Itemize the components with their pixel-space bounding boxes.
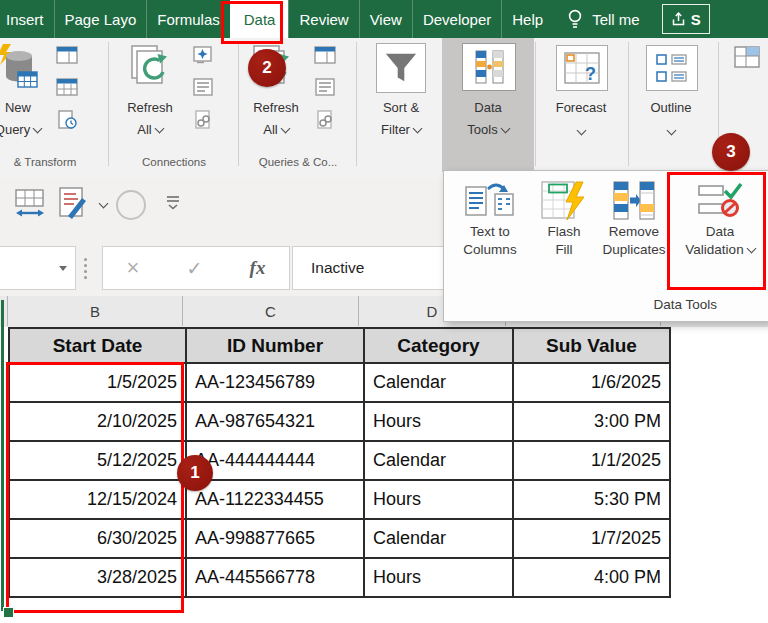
data-tools-button[interactable]: Data Tools	[442, 38, 534, 172]
formula-bar-value: Inactive	[311, 259, 364, 277]
link-page-icon[interactable]	[314, 110, 336, 134]
queries-pane-icon[interactable]	[314, 46, 336, 68]
annotation-badge-3: 3	[712, 133, 750, 171]
tab-view[interactable]: View	[359, 0, 412, 38]
cancel-icon[interactable]: ×	[127, 257, 140, 279]
chevron-down-icon[interactable]	[99, 199, 109, 209]
share-label: S	[691, 11, 701, 28]
forecast-button[interactable]: ? Forecast	[538, 38, 624, 178]
tell-me[interactable]: Tell me	[567, 0, 640, 38]
cell-category[interactable]: Calendar	[364, 519, 513, 558]
flyout-group-label: Data Tools	[653, 297, 717, 312]
name-box-dropdown-icon[interactable]	[59, 266, 67, 271]
cell-id-number[interactable]: AA-987654321	[186, 402, 364, 441]
new-query-label-2[interactable]: Query	[0, 122, 50, 137]
annotation-badge-1: 1	[177, 455, 213, 491]
remove-duplicates-icon	[592, 179, 676, 223]
properties-icon[interactable]	[192, 46, 214, 68]
edit-form-icon[interactable]	[56, 186, 90, 224]
text-to-columns-button[interactable]: Text toColumns	[448, 179, 532, 259]
excel-window: Insert Page Layo Formulas Data Review Vi…	[0, 0, 768, 623]
workbook-connections-icon[interactable]	[192, 78, 214, 100]
group-label-get-transform: & Transform	[0, 156, 104, 168]
new-query-label-1[interactable]: New	[0, 100, 50, 115]
sort-filter-button[interactable]: Sort & Filter	[362, 38, 440, 178]
autofit-column-icon[interactable]	[14, 188, 46, 222]
refresh-all-label-2[interactable]: All	[242, 122, 310, 137]
disabled-circle-icon	[116, 190, 146, 220]
selection-left-border	[1, 300, 4, 611]
outline-chevron	[628, 124, 714, 139]
refresh-all-label-2[interactable]: All	[112, 122, 188, 137]
group-get-transform: New Query & Transform	[0, 38, 104, 178]
header-sub-value[interactable]: Sub Value	[513, 328, 670, 363]
refresh-all-icon[interactable]	[126, 44, 174, 98]
refresh-all-label-1[interactable]: Refresh	[112, 100, 188, 115]
cell-id-number[interactable]: AA-998877665	[186, 519, 364, 558]
annotation-box-data-validation	[667, 172, 766, 290]
cell-category[interactable]: Hours	[364, 558, 513, 597]
share-icon	[671, 11, 686, 27]
data-tools-icon	[462, 43, 516, 91]
edit-links-icon[interactable]	[192, 110, 214, 134]
refresh-all-label-1[interactable]: Refresh	[242, 100, 310, 115]
cell-sub-value[interactable]: 3:00 PM	[513, 402, 670, 441]
cell-id-number[interactable]: AA-445566778	[186, 558, 364, 597]
cell-category[interactable]: Calendar	[364, 441, 513, 480]
tab-review[interactable]: Review	[288, 0, 358, 38]
cell-category[interactable]: Hours	[364, 402, 513, 441]
cell-category[interactable]: Calendar	[364, 363, 513, 402]
column-header-b[interactable]: B	[8, 296, 183, 326]
cell-sub-value[interactable]: 1/7/2025	[513, 519, 670, 558]
outline-icon	[646, 45, 698, 91]
annotation-badge-2: 2	[248, 49, 286, 87]
queries-pane-icon[interactable]	[56, 46, 78, 68]
annotation-box-data-tab	[221, 1, 283, 44]
ribbon: New Query & Transform Refresh All Con	[0, 38, 768, 179]
cell-category[interactable]: Hours	[364, 480, 513, 519]
recent-sources-icon[interactable]	[56, 110, 78, 134]
tab-formulas[interactable]: Formulas	[146, 0, 230, 38]
forecast-icon: ?	[556, 45, 608, 91]
data-tools-label-1: Data	[442, 100, 534, 115]
filter-funnel-icon	[376, 43, 426, 93]
insert-function-icon[interactable]: fx	[250, 257, 266, 279]
outline-button[interactable]: Outline	[628, 38, 714, 178]
column-header-c[interactable]: C	[183, 296, 359, 326]
group-label-queries: Queries & Co...	[242, 156, 354, 168]
tab-help[interactable]: Help	[501, 0, 553, 38]
data-analysis-icon[interactable]	[734, 46, 764, 74]
new-query-icon[interactable]	[0, 44, 40, 98]
group-connections: Refresh All Connections	[112, 38, 236, 178]
cell-sub-value[interactable]: 5:30 PM	[513, 480, 670, 519]
sort-filter-label-2: Filter	[362, 122, 440, 137]
header-id-number[interactable]: ID Number	[186, 328, 364, 363]
tab-insert[interactable]: Insert	[0, 0, 54, 38]
share-button[interactable]: S	[662, 4, 710, 34]
cell-id-number[interactable]: AA-1122334455	[186, 480, 364, 519]
name-box[interactable]	[0, 246, 76, 290]
tab-page-layout[interactable]: Page Layo	[54, 0, 147, 38]
header-start-date[interactable]: Start Date	[9, 328, 186, 363]
text-to-columns-icon	[448, 179, 532, 223]
from-table-icon[interactable]	[56, 78, 78, 100]
enter-icon[interactable]: ✓	[187, 257, 203, 280]
group-separator	[356, 42, 357, 166]
tell-me-label: Tell me	[592, 11, 640, 28]
formula-bar-handle[interactable]	[84, 258, 87, 279]
cell-sub-value[interactable]: 1/6/2025	[513, 363, 670, 402]
remove-duplicates-button[interactable]: RemoveDuplicates	[592, 179, 676, 259]
table-header-row: Start Date ID Number Category Sub Value	[9, 328, 670, 363]
list-icon[interactable]	[314, 78, 336, 100]
cell-id-number[interactable]: AA-123456789	[186, 363, 364, 402]
tab-developer[interactable]: Developer	[412, 0, 501, 38]
cell-sub-value[interactable]: 4:00 PM	[513, 558, 670, 597]
qat-customize-icon[interactable]	[166, 194, 180, 214]
cell-sub-value[interactable]: 1/1/2025	[513, 441, 670, 480]
forecast-chevron	[538, 124, 624, 139]
formula-bar-buttons: × ✓ fx	[102, 246, 290, 290]
fill-handle[interactable]	[3, 607, 14, 618]
lightbulb-icon	[567, 8, 583, 30]
header-category[interactable]: Category	[364, 328, 513, 363]
ribbon-tab-bar: Insert Page Layo Formulas Data Review Vi…	[0, 0, 768, 38]
